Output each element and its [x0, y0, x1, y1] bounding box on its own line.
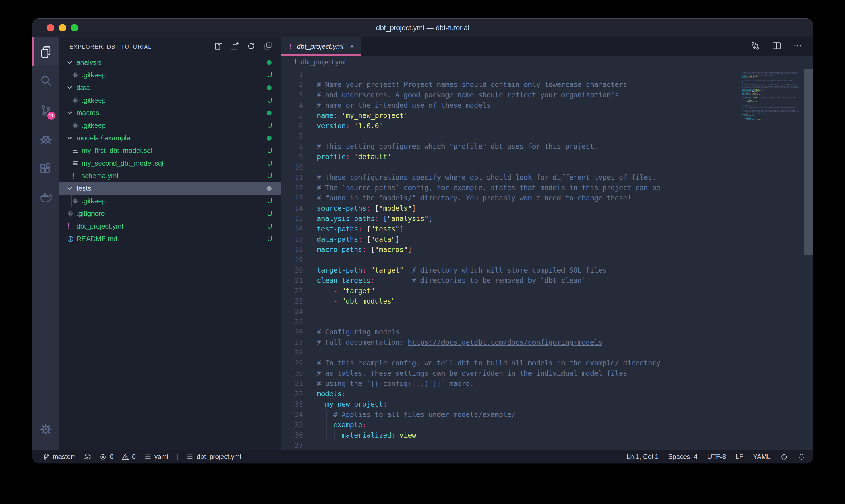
line-number: 17	[281, 234, 310, 245]
tree-file-gitkeep[interactable]: .gitkeepU	[59, 94, 281, 107]
code-line-14[interactable]: 14source-paths: ["models"]	[281, 203, 813, 214]
code-editor[interactable]: 12# Name your project! Project names sho…	[281, 69, 813, 450]
activity-search[interactable]	[32, 67, 59, 96]
code-line-17[interactable]: 17data-paths: ["data"]	[281, 234, 813, 245]
code-line-19[interactable]: 19	[281, 255, 813, 265]
code-line-15[interactable]: 15analysis-paths: ["analysis"]	[281, 214, 813, 224]
status-publish-changes[interactable]	[83, 453, 91, 461]
more-actions-button[interactable]	[793, 41, 803, 52]
activity-explorer[interactable]	[32, 37, 59, 67]
code-line-26[interactable]: 26# Configuring models	[281, 327, 813, 337]
file-tree: analysis.gitkeepUdata.gitkeepUmacros.git…	[59, 56, 281, 450]
close-tab-icon[interactable]: ×	[350, 42, 354, 51]
minimap[interactable]: # Name your project! Project names shoul…	[742, 70, 799, 122]
code-line-16[interactable]: 16test-paths: ["tests"]	[281, 224, 813, 234]
status-language-mode[interactable]: YAML	[753, 453, 771, 461]
code-line-1[interactable]: 1	[281, 69, 813, 79]
code-line-35[interactable]: 35 example:	[281, 420, 813, 430]
status-feedback[interactable]	[780, 453, 788, 461]
tree-folder-analysis[interactable]: analysis	[59, 56, 281, 69]
window-title: dbt_project.yml — dbt-tutorial	[376, 24, 469, 32]
code-line-20[interactable]: 20target-path: "target" # directory whic…	[281, 265, 813, 275]
code-line-3[interactable]: 3# and underscores. A good package name …	[281, 90, 813, 100]
line-number: 7	[281, 131, 310, 142]
status-error-count[interactable]: 0	[99, 453, 113, 461]
code-line-23[interactable]: 23 - "dbt_modules"	[281, 296, 813, 306]
status-git-branch[interactable]: master*	[42, 453, 75, 461]
activity-extensions[interactable]	[32, 154, 59, 183]
status-eol-sequence[interactable]: LF	[736, 453, 743, 461]
code-line-6[interactable]: 6version: '1.0.0'	[281, 121, 813, 131]
git-status-dot	[267, 110, 272, 115]
status-encoding[interactable]: UTF-8	[707, 453, 726, 461]
status-active-file-outline[interactable]: dbt_project.yml	[186, 453, 241, 461]
collapse-folders-button[interactable]	[264, 42, 272, 52]
code-line-32[interactable]: 32models:	[281, 389, 813, 399]
code-line-27[interactable]: 27# Full documentation: https://docs.get…	[281, 337, 813, 348]
status-notifications[interactable]	[798, 453, 806, 461]
code-line-24[interactable]: 24	[281, 306, 813, 317]
split-editor-button[interactable]	[772, 41, 781, 52]
tab-dbt-project-yml[interactable]: ! dbt_project.yml ×	[281, 37, 361, 56]
refresh-explorer-button[interactable]	[247, 42, 255, 52]
new-file-button[interactable]	[214, 42, 222, 52]
tree-file-gitkeep[interactable]: .gitkeepU	[59, 195, 281, 207]
code-line-21[interactable]: 21clean-targets: # directories to be rem…	[281, 275, 813, 286]
tree-file-schema-yml[interactable]: !schema.ymlU	[59, 169, 281, 182]
activity-run-debug[interactable]	[32, 125, 59, 154]
code-line-10[interactable]: 10	[281, 162, 813, 173]
code-line-4[interactable]: 4# name or the intended use of these mod…	[281, 100, 813, 110]
code-line-9[interactable]: 9profile: 'default'	[281, 152, 813, 162]
code-line-34[interactable]: 34 # Applies to all files under models/e…	[281, 410, 813, 420]
tree-folder-tests[interactable]: tests	[59, 182, 281, 195]
code-line-12[interactable]: 12# The `source-paths` config, for examp…	[281, 183, 813, 193]
code-line-7[interactable]: 7	[281, 131, 813, 142]
editor-scrollbar[interactable]	[804, 69, 813, 255]
code-line-8[interactable]: 8# This setting configures which "profil…	[281, 142, 813, 152]
status-yaml-outline[interactable]: yaml	[144, 453, 168, 461]
code-line-25[interactable]: 25	[281, 317, 813, 327]
code-line-30[interactable]: 30# as tables. These settings can be ove…	[281, 368, 813, 379]
tree-file-gitignore[interactable]: .gitignoreU	[59, 207, 281, 220]
close-window-button[interactable]	[47, 24, 54, 32]
code-line-2[interactable]: 2# Name your project! Project names shou…	[281, 79, 813, 90]
tree-file-gitkeep[interactable]: .gitkeepU	[59, 119, 281, 132]
code-line-31[interactable]: 31# using the `{{ config(...) }}` macro.	[281, 379, 813, 389]
status-warning-count[interactable]: 0	[122, 453, 136, 461]
tree-folder-macros[interactable]: macros	[59, 107, 281, 119]
status-indentation[interactable]: Spaces: 4	[668, 453, 698, 461]
tree-folder-data[interactable]: data	[59, 81, 281, 94]
line-number: 22	[281, 286, 310, 296]
line-number: 37	[281, 440, 310, 450]
code-lines: 12# Name your project! Project names sho…	[281, 69, 813, 450]
yml-file-icon: !	[66, 222, 76, 231]
breadcrumb[interactable]: ! dbt_project.yml	[281, 56, 813, 69]
explorer-sidebar: EXPLORER: DBT-TUTORIAL analysis.gitkeepU…	[59, 37, 281, 450]
code-line-13[interactable]: 13# found in the "models/" directory. Yo…	[281, 193, 813, 203]
tree-file-my-first-dbt-model-sql[interactable]: my_first_dbt_model.sqlU	[59, 144, 281, 157]
code-line-18[interactable]: 18macro-paths: ["macros"]	[281, 245, 813, 255]
activity-manage[interactable]	[32, 415, 59, 444]
activity-docker[interactable]	[32, 183, 59, 213]
open-changes-button[interactable]	[751, 41, 760, 52]
tree-file-readme-md[interactable]: README.mdU	[59, 233, 281, 245]
activity-source-control[interactable]: 11	[32, 96, 59, 125]
code-line-22[interactable]: 22 - "target"	[281, 286, 813, 296]
tree-item-label: .gitignore	[76, 210, 105, 218]
code-line-11[interactable]: 11# These configurations specify where d…	[281, 173, 813, 183]
code-line-36[interactable]: 36 materialized: view	[281, 430, 813, 440]
code-line-29[interactable]: 29# In this example config, we tell dbt …	[281, 358, 813, 368]
code-line-37[interactable]: 37	[281, 440, 813, 450]
code-line-5[interactable]: 5name: 'my_new_project'	[281, 110, 813, 121]
status-cursor-position[interactable]: Ln 1, Col 1	[627, 453, 659, 461]
new-folder-button[interactable]	[230, 42, 239, 52]
tree-file-my-second-dbt-model-sql[interactable]: my_second_dbt_model.sqlU	[59, 157, 281, 169]
zoom-window-button[interactable]	[71, 24, 78, 32]
tree-file-gitkeep[interactable]: .gitkeepU	[59, 69, 281, 81]
status-label: LF	[736, 453, 743, 461]
tree-folder-models-example[interactable]: models / example	[59, 132, 281, 144]
tree-file-dbt-project-yml[interactable]: !dbt_project.ymlU	[59, 220, 281, 233]
minimize-window-button[interactable]	[59, 24, 66, 32]
code-line-33[interactable]: 33 my_new_project:	[281, 399, 813, 410]
code-line-28[interactable]: 28	[281, 348, 813, 358]
